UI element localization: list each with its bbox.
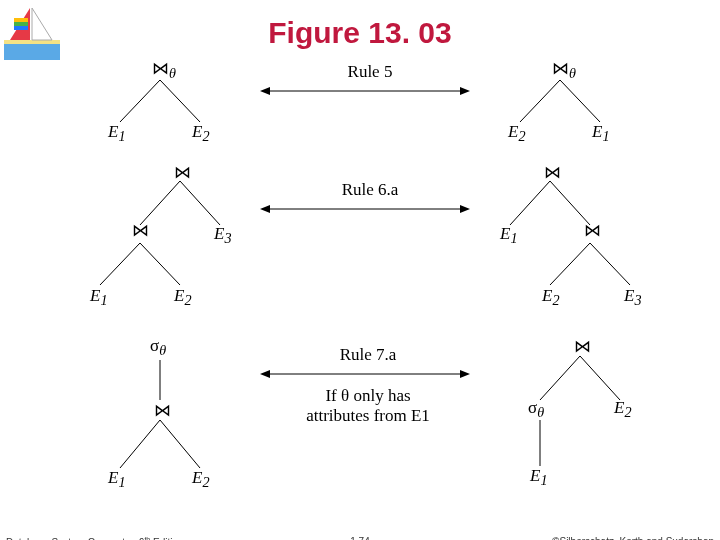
footer-right: ©Silberschatz, Korth and Sudarshan xyxy=(552,536,714,540)
svg-marker-10 xyxy=(260,87,270,95)
rule7a-cond1: If θ only has xyxy=(298,386,438,406)
leaf-e2: E2 xyxy=(542,286,559,309)
rule7a-label: Rule 7.a xyxy=(298,345,438,365)
leaf-e1: E1 xyxy=(108,122,125,145)
svg-marker-11 xyxy=(460,87,470,95)
page-title: Figure 13. 03 xyxy=(0,16,720,50)
leaf-e1: E1 xyxy=(90,286,107,309)
sigma-theta: σθ xyxy=(528,398,544,421)
rule6a-label: Rule 6.a xyxy=(310,180,430,200)
join-symbol: ⋈θ xyxy=(552,58,576,82)
join-symbol: ⋈ xyxy=(174,162,191,183)
svg-line-7 xyxy=(120,80,160,122)
rule5-label: Rule 5 xyxy=(310,62,430,82)
leaf-e2: E2 xyxy=(614,398,631,421)
svg-line-21 xyxy=(510,181,550,225)
svg-line-26 xyxy=(120,420,160,468)
svg-line-13 xyxy=(560,80,600,122)
svg-line-23 xyxy=(550,243,590,285)
leaf-e2: E2 xyxy=(192,468,209,491)
svg-line-12 xyxy=(520,80,560,122)
arrow-rule7a xyxy=(260,368,470,380)
svg-marker-19 xyxy=(260,205,270,213)
svg-line-15 xyxy=(180,181,220,225)
svg-line-8 xyxy=(160,80,200,122)
leaf-e2: E2 xyxy=(508,122,525,145)
svg-marker-30 xyxy=(460,370,470,378)
sigma-theta: σθ xyxy=(150,336,166,359)
leaf-e1: E1 xyxy=(500,224,517,247)
tree-rule7a-right xyxy=(490,338,650,508)
join-symbol: ⋈θ xyxy=(152,58,176,82)
arrow-rule6a xyxy=(260,203,470,215)
svg-line-22 xyxy=(550,181,590,225)
leaf-e1: E1 xyxy=(530,466,547,489)
svg-line-14 xyxy=(140,181,180,225)
leaf-e2: E2 xyxy=(192,122,209,145)
join-symbol: ⋈ xyxy=(544,162,561,183)
svg-marker-29 xyxy=(260,370,270,378)
arrow-rule5 xyxy=(260,85,470,97)
leaf-e2: E2 xyxy=(174,286,191,309)
join-symbol: ⋈ xyxy=(132,220,149,241)
leaf-e3: E3 xyxy=(214,224,231,247)
join-symbol: ⋈ xyxy=(154,400,171,421)
svg-line-17 xyxy=(140,243,180,285)
leaf-e1: E1 xyxy=(592,122,609,145)
svg-line-27 xyxy=(160,420,200,468)
join-symbol: ⋈ xyxy=(574,336,591,357)
join-symbol: ⋈ xyxy=(584,220,601,241)
svg-line-24 xyxy=(590,243,630,285)
svg-line-32 xyxy=(580,356,620,400)
leaf-e1: E1 xyxy=(108,468,125,491)
svg-line-16 xyxy=(100,243,140,285)
leaf-e3: E3 xyxy=(624,286,641,309)
svg-line-31 xyxy=(540,356,580,400)
rule7a-cond2: attributes from E1 xyxy=(290,406,446,426)
svg-marker-20 xyxy=(460,205,470,213)
